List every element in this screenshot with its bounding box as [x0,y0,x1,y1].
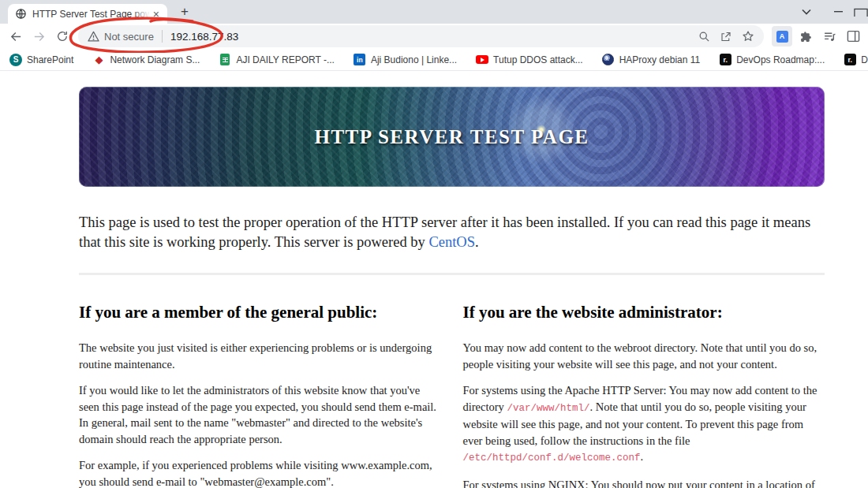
translate-extension-icon[interactable]: A [772,26,792,47]
bookmark-linkedin[interactable]: in Aji Budiono | Linke... [354,54,457,66]
side-panel-icon[interactable] [843,26,863,47]
admin-paragraph-1: You may now add content to the webroot d… [463,340,825,372]
forward-button[interactable] [28,25,51,47]
apache-docroot-path: /var/www/html/ [507,403,589,414]
bookmark-devops-roadmap[interactable]: r. DevOps Roadmap:... [719,54,825,66]
bookmark-network-diagram[interactable]: ◆ Network Diagram S... [92,54,200,66]
not-secure-warning-icon [88,31,99,42]
roadmap-icon: r. [719,54,731,66]
public-paragraph-1: The website you just visited is either e… [79,340,441,372]
omnibox-divider [162,30,163,43]
intro-paragraph: This page is used to test the proper ope… [79,213,825,252]
bookmark-star-icon[interactable] [737,26,759,47]
window-controls [791,0,868,24]
roadmap-icon: r. [844,54,856,66]
reload-button[interactable] [51,25,73,47]
admin-heading: If you are the website administrator: [463,303,825,322]
bookmarks-bar: S SharePoint ◆ Network Diagram S... AJI … [0,49,868,71]
tab-title: HTTP Server Test Page powered [32,9,150,20]
browser-tab[interactable]: HTTP Server Test Page powered × [8,4,167,24]
sharepoint-icon: S [9,54,22,66]
section-divider [79,273,825,275]
tab-close-icon[interactable]: × [150,7,163,21]
admin-paragraph-2: For systems using the Apache HTTP Server… [463,382,825,467]
share-icon[interactable] [715,26,737,47]
public-paragraph-3: For example, if you experienced problems… [79,457,441,488]
bookmark-docker-roadmap[interactable]: r. Docker Roadmap -... [844,54,868,66]
back-button[interactable] [5,25,28,47]
public-paragraph-2: If you would like to let the administrat… [79,382,441,447]
browser-toolbar: Not secure 192.168.77.83 A [0,24,868,49]
tab-strip: HTTP Server Test Page powered × + [0,0,868,24]
page-viewport: HTTP SERVER TEST PAGE This page is used … [0,71,868,488]
address-bar[interactable]: Not secure 192.168.77.83 [78,25,764,47]
globe-favicon [15,8,27,20]
bookmark-haproxy[interactable]: HAProxy debian 11 [602,54,701,66]
extensions-area: A [772,26,863,47]
new-tab-button[interactable]: + [175,5,194,20]
welcome-conf-path: /etc/httpd/conf.d/welcome.conf [463,453,641,464]
haproxy-icon [602,54,615,66]
diagram-icon: ◆ [92,54,105,66]
bookmark-sharepoint[interactable]: S SharePoint [9,54,73,66]
banner-image: HTTP SERVER TEST PAGE [79,87,825,187]
admin-column: If you are the website administrator: Yo… [463,289,825,488]
youtube-icon [476,54,488,66]
side-search-icon[interactable] [693,26,715,47]
url-text[interactable]: 192.168.77.83 [170,31,238,43]
minimize-button[interactable] [822,0,854,24]
centos-link[interactable]: CentOS [428,234,475,250]
bookmark-youtube[interactable]: Tutup DDOS attack... [476,54,583,66]
admin-paragraph-3: For systems using NGINX: You should now … [463,477,825,488]
page-title: HTTP SERVER TEST PAGE [314,126,589,148]
public-heading: If you are a member of the general publi… [79,303,441,322]
extensions-puzzle-icon[interactable] [795,26,816,47]
maximize-button[interactable] [854,0,868,24]
google-sheets-icon [219,54,231,66]
tab-search-chevron-icon[interactable] [791,0,822,24]
not-secure-label[interactable]: Not secure [104,31,154,43]
linkedin-icon: in [354,54,366,66]
public-column: If you are a member of the general publi… [79,289,441,488]
playlist-extension-icon[interactable] [819,26,840,47]
bookmark-aji-daily-report[interactable]: AJI DAILY REPORT -... [219,54,334,66]
